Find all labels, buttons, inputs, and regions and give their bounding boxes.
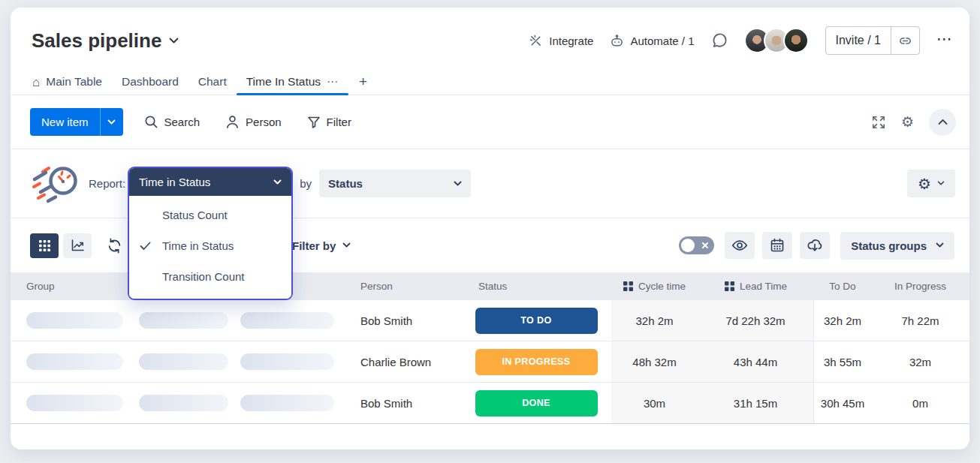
- widget-settings-button[interactable]: ⚙: [907, 170, 955, 197]
- table-row: Bob Smith DONE 30m 31h 15m 30h 45m 0m: [11, 383, 969, 424]
- funnel-icon: [307, 116, 321, 129]
- board-column-icon: [623, 281, 633, 291]
- filter-by-dropdown[interactable]: Filter by: [292, 239, 351, 252]
- name-cell: [228, 300, 345, 341]
- in-progress-cell: 0m: [871, 383, 969, 423]
- tab-overflow-icon[interactable]: ⋯: [327, 75, 339, 89]
- board-title[interactable]: Sales pipeline: [32, 29, 179, 53]
- filter-button[interactable]: Filter: [307, 116, 351, 129]
- option-transition-count[interactable]: Transition Count: [129, 261, 291, 292]
- toggle-x-icon: [701, 242, 709, 249]
- person-cell: Bob Smith: [345, 383, 461, 423]
- integrate-button[interactable]: Integrate: [529, 34, 593, 48]
- table-view-button[interactable]: [30, 233, 59, 258]
- integrate-label: Integrate: [549, 35, 593, 47]
- status-groups-dropdown[interactable]: Status groups: [840, 232, 954, 260]
- group-cell: [11, 300, 123, 341]
- copy-link-icon[interactable]: [891, 27, 919, 54]
- chart-view-button[interactable]: [63, 233, 92, 258]
- avatar-group[interactable]: [745, 28, 809, 53]
- option-label: Time in Status: [162, 239, 234, 252]
- lead-time-cell: 7d 22h 32m: [698, 300, 814, 341]
- chat-bubble-icon[interactable]: [711, 32, 728, 50]
- column-header-group[interactable]: Group: [11, 272, 123, 300]
- filter-by-label: Filter by: [292, 239, 336, 252]
- exclude-toggle[interactable]: [679, 236, 714, 254]
- person-label: Person: [246, 116, 282, 128]
- refresh-icon[interactable]: [107, 238, 122, 254]
- person-icon: [225, 115, 240, 129]
- tab-label: Main Table: [46, 75, 102, 89]
- search-label: Search: [164, 116, 201, 128]
- board-header: Sales pipeline Integrate Automate / 1: [11, 8, 969, 69]
- new-item-button[interactable]: New item: [30, 108, 123, 136]
- skeleton-pill: [26, 312, 123, 329]
- add-view-button[interactable]: +: [348, 69, 378, 95]
- home-icon: ⌂: [32, 76, 40, 89]
- settings-gear-icon[interactable]: ⚙: [901, 115, 914, 129]
- report-label: Report:: [89, 177, 125, 190]
- option-label: Status Count: [162, 209, 228, 221]
- column-header-label: Lead Time: [740, 281, 787, 292]
- group-by-select[interactable]: Status: [319, 170, 471, 197]
- chevron-down-icon: [342, 242, 351, 248]
- check-icon: [129, 242, 162, 251]
- cloud-download-icon: [807, 237, 823, 254]
- invite-button[interactable]: Invite / 1: [825, 26, 920, 55]
- column-header-lead-time[interactable]: Lead Time: [698, 272, 814, 300]
- status-chip[interactable]: IN PROGRESS: [475, 349, 598, 375]
- grid-icon: [39, 240, 50, 251]
- calendar-icon: [770, 238, 785, 253]
- board-card: Sales pipeline Integrate Automate / 1: [11, 8, 969, 449]
- column-header-in-progress[interactable]: In Progress: [871, 272, 969, 300]
- chevron-down-icon: [936, 242, 944, 248]
- option-label: Transition Count: [162, 270, 245, 283]
- option-time-in-status[interactable]: Time in Status: [129, 230, 291, 261]
- report-type-dropdown-button[interactable]: Time in Status: [129, 168, 291, 196]
- search-button[interactable]: Search: [144, 115, 201, 129]
- collapse-header-button[interactable]: [929, 109, 956, 136]
- search-icon: [144, 115, 158, 129]
- report-type-value: Time in Status: [139, 176, 210, 188]
- date-range-button[interactable]: [762, 232, 792, 259]
- new-item-label: New item: [30, 108, 100, 136]
- lead-time-cell: 43h 44m: [698, 341, 814, 382]
- to-do-cell: 3h 55m: [814, 341, 871, 382]
- group-cell: [11, 341, 123, 382]
- chevron-down-icon: [454, 181, 462, 187]
- status-cell: DONE: [461, 383, 611, 423]
- tab-chart[interactable]: Chart: [188, 69, 237, 95]
- column-header-to-do[interactable]: To Do: [814, 272, 871, 300]
- column-header-cycle-time[interactable]: Cycle time: [611, 272, 698, 300]
- tab-time-in-status[interactable]: Time In Status ⋯: [237, 69, 348, 95]
- status-chip[interactable]: TO DO: [475, 308, 598, 334]
- board-toolbar: New item Search Person Filter: [11, 95, 969, 149]
- person-filter-button[interactable]: Person: [225, 115, 282, 129]
- avatar: [783, 28, 809, 53]
- skeleton-pill: [139, 395, 228, 411]
- status-chip[interactable]: DONE: [475, 390, 598, 416]
- column-header-person[interactable]: Person: [345, 272, 461, 300]
- more-options-icon[interactable]: ⋯: [936, 31, 953, 51]
- cycle-time-cell: 30m: [611, 383, 698, 423]
- status-groups-label: Status groups: [851, 239, 927, 252]
- skeleton-pill: [240, 353, 334, 370]
- column-header-status[interactable]: Status: [461, 272, 611, 300]
- integrate-icon: [529, 34, 543, 48]
- status-cell: IN PROGRESS: [461, 341, 611, 382]
- tab-label: Chart: [198, 75, 227, 89]
- tab-dashboard[interactable]: Dashboard: [112, 69, 188, 95]
- by-label: by: [300, 177, 312, 190]
- cycle-time-cell: 32h 2m: [611, 300, 698, 341]
- person-cell: Charlie Brown: [345, 341, 461, 382]
- invite-label: Invite / 1: [826, 27, 891, 54]
- expand-icon[interactable]: [871, 115, 886, 130]
- board-header-actions: Integrate Automate / 1 Invite / 1: [529, 26, 953, 55]
- new-item-caret[interactable]: [100, 108, 123, 136]
- option-status-count[interactable]: Status Count: [129, 200, 291, 230]
- board-column-icon: [725, 281, 734, 291]
- tab-main-table[interactable]: ⌂ Main Table: [23, 69, 112, 95]
- visibility-button[interactable]: [725, 232, 755, 259]
- export-button[interactable]: [800, 232, 830, 259]
- automate-button[interactable]: Automate / 1: [610, 34, 694, 48]
